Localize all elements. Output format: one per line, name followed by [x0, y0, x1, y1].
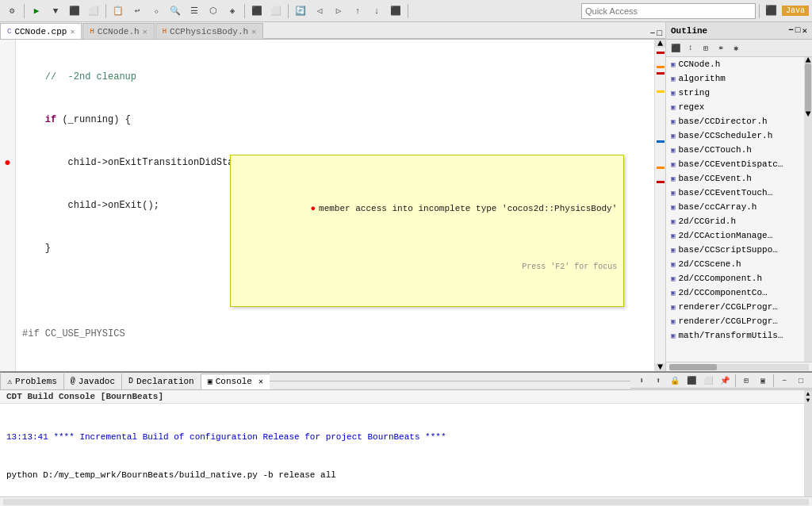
quick-access-input[interactable] [585, 6, 752, 16]
bottom-maximize-btn[interactable]: □ [793, 374, 809, 388]
outline-item-19[interactable]: ▣ math/TransformUtils… [666, 328, 804, 343]
console-tab-close[interactable]: ✕ [259, 377, 263, 386]
console-display-btn[interactable]: ▣ [755, 374, 771, 388]
outline-item-icon-11: ▣ [671, 217, 675, 226]
outline-list[interactable]: ▣ CCNode.h ▣ algorithm ▣ string ▣ regex … [666, 57, 804, 362]
minimize-editor-btn[interactable]: − [650, 29, 656, 38]
editor-controls: − □ [647, 29, 665, 39]
toolbar-btn-10[interactable]: ⬡ [205, 2, 222, 20]
toolbar-btn-18[interactable]: ↓ [368, 2, 385, 20]
maximize-editor-btn[interactable]: □ [657, 29, 662, 38]
outline-minimize-btn[interactable]: − [788, 25, 794, 36]
outline-item-10[interactable]: ▣ base/ccCArray.h [666, 200, 804, 214]
outline-item-9[interactable]: ▣ base/CCEventTouch… [666, 186, 804, 200]
toolbar-btn-5[interactable]: 📋 [109, 2, 127, 20]
console-output[interactable]: 13:13:41 **** Incremental Build of confi… [0, 404, 804, 496]
outline-h-scroll-track[interactable] [669, 364, 809, 370]
outline-item-5[interactable]: ▣ base/CCScheduler.h [666, 128, 804, 143]
tab-ccnode-cpp[interactable]: C CCNode.cpp ✕ [0, 23, 82, 39]
outline-h-scroll-thumb[interactable] [669, 364, 717, 370]
bottom-tab-problems-label: Problems [15, 377, 57, 386]
gutter-error-marker: ● [4, 155, 10, 170]
outline-item-1[interactable]: ▣ algorithm [666, 71, 804, 86]
outline-item-18[interactable]: ▣ renderer/CCGLProgr… [666, 314, 804, 328]
outline-scroll-thumb[interactable] [805, 63, 811, 111]
toolbar-btn-12[interactable]: ⬛ [248, 2, 266, 20]
code-content[interactable]: // -2nd cleanup if (_running) { child->o… [16, 40, 654, 371]
outline-filter-btn[interactable]: ⊞ [699, 41, 713, 56]
outline-item-0[interactable]: ▣ CCNode.h [666, 57, 804, 71]
outline-scroll-up[interactable]: ▲ [804, 57, 812, 63]
outline-item-16[interactable]: ▣ 2d/CCComponentCo… [666, 286, 804, 300]
outline-item-8[interactable]: ▣ base/CCEvent.h [666, 171, 804, 186]
tab-close-ccnode-h[interactable]: ✕ [143, 27, 147, 36]
perspective-btn[interactable]: ⬛ [763, 2, 780, 20]
toolbar-btn-13[interactable]: ⬜ [267, 2, 285, 20]
console-lock-btn[interactable]: 🔒 [667, 374, 683, 388]
toolbar-btn-1[interactable]: ⚙ [3, 2, 21, 20]
toolbar-btn-16[interactable]: ▷ [330, 2, 347, 20]
outline-item-7[interactable]: ▣ base/CCEventDispatc… [666, 157, 804, 171]
tab-close-ccnode-cpp[interactable]: ✕ [70, 27, 75, 36]
outline-item-12[interactable]: ▣ 2d/CCActionManage… [666, 228, 804, 243]
console-scroll-up-btn[interactable]: ⬆ [650, 374, 666, 388]
console-scroll-down-arrow[interactable]: ▼ [804, 397, 812, 403]
console-h-scroll-track[interactable] [3, 499, 809, 505]
outline-item-label-2: string [678, 88, 710, 98]
tab-ccphysicsbody-h[interactable]: H CCPhysicsBody.h ✕ [155, 23, 263, 39]
outline-item-icon-13: ▣ [671, 246, 675, 255]
toolbar-btn-19[interactable]: ⬛ [387, 2, 404, 20]
outline-item-17[interactable]: ▣ renderer/CCGLProgr… [666, 300, 804, 314]
outline-link-btn[interactable]: ⚭ [714, 41, 728, 56]
quick-access-box[interactable] [581, 3, 756, 19]
outline-scrollbar[interactable]: ▲ ▼ [804, 57, 812, 362]
outline-item-2[interactable]: ▣ string [666, 86, 804, 100]
console-scroll-down-btn[interactable]: ⬇ [634, 374, 649, 388]
outline-item-4[interactable]: ▣ base/CCDirector.h [666, 114, 804, 128]
outline-item-11[interactable]: ▣ 2d/CCGrid.h [666, 214, 804, 228]
outline-h-scroll[interactable] [666, 362, 812, 371]
outline-item-6[interactable]: ▣ base/CCTouch.h [666, 143, 804, 157]
bottom-tab-javadoc[interactable]: @ Javadoc [63, 374, 121, 389]
scroll-down-btn[interactable]: ▼ [655, 363, 665, 371]
toolbar-btn-9[interactable]: ☰ [186, 2, 203, 20]
toolbar-btn-14[interactable]: 🔄 [292, 2, 309, 20]
outline-item-15[interactable]: ▣ 2d/CCComponent.h [666, 271, 804, 286]
java-perspective-btn[interactable]: Java [782, 6, 809, 16]
console-new-btn[interactable]: ⊞ [738, 374, 754, 388]
toolbar-btn-11[interactable]: ◈ [224, 2, 241, 20]
toolbar-btn-17[interactable]: ↑ [349, 2, 366, 20]
toolbar-btn-8[interactable]: 🔍 [167, 2, 184, 20]
console-pin-btn[interactable]: 📌 [717, 374, 733, 388]
tab-ccnode-h[interactable]: H CCNode.h ✕ [82, 23, 154, 39]
tab-close-ccphysicsbody-h[interactable]: ✕ [251, 27, 256, 36]
scroll-up-btn[interactable]: ▲ [655, 40, 665, 48]
toolbar-btn-run[interactable]: ▶ [28, 2, 45, 20]
outline-maximize-btn[interactable]: □ [795, 25, 801, 36]
toolbar-btn-3[interactable]: ⬛ [66, 2, 83, 20]
toolbar-btn-7[interactable]: ⬦ [147, 2, 165, 20]
outline-scroll-down[interactable]: ▼ [804, 111, 812, 117]
bottom-tab-declaration[interactable]: D Declaration [121, 374, 201, 389]
toolbar-btn-15[interactable]: ◁ [311, 2, 328, 20]
toolbar-btn-4[interactable]: ⬜ [85, 2, 102, 20]
toolbar-btn-6[interactable]: ↩ [128, 2, 146, 20]
console-scrollbar[interactable]: ▲ ▼ [804, 390, 812, 496]
bottom-minimize-btn[interactable]: − [776, 374, 792, 388]
console-h-scroll[interactable] [0, 496, 812, 506]
outline-item-3[interactable]: ▣ regex [666, 100, 804, 114]
outline-collapse-btn[interactable]: ⬛ [668, 41, 683, 56]
bottom-tab-problems[interactable]: ⚠ Problems [0, 374, 63, 389]
console-wrap-btn[interactable]: ⬛ [684, 374, 699, 388]
outline-close-btn[interactable]: ✕ [802, 25, 807, 36]
bottom-tab-console[interactable]: ▣ Console ✕ [201, 374, 270, 389]
toolbar-btn-2[interactable]: ▼ [47, 2, 64, 20]
outline-sort-btn[interactable]: ↕ [684, 41, 698, 56]
outline-item-icon-1: ▣ [671, 75, 675, 83]
bottom-tab-spacer [270, 381, 630, 381]
outline-more-btn[interactable]: ✱ [729, 41, 743, 56]
console-clear-btn[interactable]: ⬜ [700, 374, 716, 388]
outline-item-13[interactable]: ▣ base/CCScriptSuppo… [666, 243, 804, 257]
outline-item-14[interactable]: ▣ 2d/CCScene.h [666, 257, 804, 271]
outline-header: Outline − □ ✕ [666, 22, 812, 40]
